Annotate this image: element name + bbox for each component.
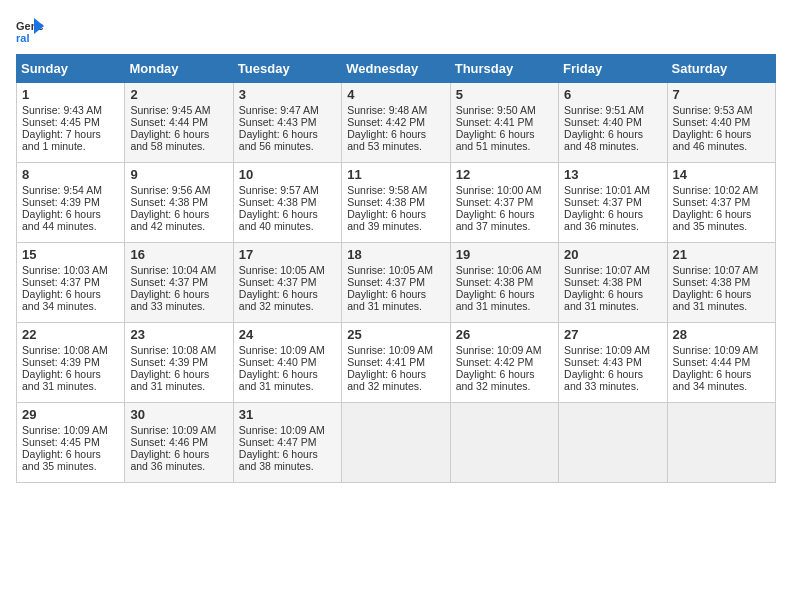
- sunset-text: Sunset: 4:38 PM: [239, 196, 336, 208]
- weekday-header: Wednesday: [342, 55, 450, 83]
- calendar-cell: 9Sunrise: 9:56 AMSunset: 4:38 PMDaylight…: [125, 163, 233, 243]
- calendar-cell: 13Sunrise: 10:01 AMSunset: 4:37 PMDaylig…: [559, 163, 667, 243]
- daylight-text: Daylight: 6 hours and 36 minutes.: [130, 448, 227, 472]
- daylight-text: Daylight: 6 hours and 37 minutes.: [456, 208, 553, 232]
- sunset-text: Sunset: 4:38 PM: [130, 196, 227, 208]
- day-number: 25: [347, 327, 444, 342]
- calendar-cell: 4Sunrise: 9:48 AMSunset: 4:42 PMDaylight…: [342, 83, 450, 163]
- daylight-text: Daylight: 6 hours and 31 minutes.: [347, 288, 444, 312]
- svg-text:ral: ral: [16, 32, 29, 44]
- day-number: 6: [564, 87, 661, 102]
- sunrise-text: Sunrise: 9:51 AM: [564, 104, 661, 116]
- day-number: 9: [130, 167, 227, 182]
- day-number: 15: [22, 247, 119, 262]
- calendar-cell: 30Sunrise: 10:09 AMSunset: 4:46 PMDaylig…: [125, 403, 233, 483]
- sunrise-text: Sunrise: 10:07 AM: [673, 264, 770, 276]
- calendar-cell: 12Sunrise: 10:00 AMSunset: 4:37 PMDaylig…: [450, 163, 558, 243]
- sunrise-text: Sunrise: 9:48 AM: [347, 104, 444, 116]
- daylight-text: Daylight: 6 hours and 34 minutes.: [673, 368, 770, 392]
- daylight-text: Daylight: 6 hours and 31 minutes.: [239, 368, 336, 392]
- day-number: 7: [673, 87, 770, 102]
- day-number: 3: [239, 87, 336, 102]
- daylight-text: Daylight: 6 hours and 44 minutes.: [22, 208, 119, 232]
- calendar-cell: 15Sunrise: 10:03 AMSunset: 4:37 PMDaylig…: [17, 243, 125, 323]
- daylight-text: Daylight: 6 hours and 31 minutes.: [456, 288, 553, 312]
- daylight-text: Daylight: 6 hours and 32 minutes.: [456, 368, 553, 392]
- daylight-text: Daylight: 6 hours and 31 minutes.: [673, 288, 770, 312]
- daylight-text: Daylight: 6 hours and 33 minutes.: [564, 368, 661, 392]
- day-number: 13: [564, 167, 661, 182]
- sunset-text: Sunset: 4:40 PM: [673, 116, 770, 128]
- daylight-text: Daylight: 6 hours and 32 minutes.: [239, 288, 336, 312]
- weekday-header: Monday: [125, 55, 233, 83]
- page-header: Gene ral: [16, 16, 776, 44]
- calendar-body: 1Sunrise: 9:43 AMSunset: 4:45 PMDaylight…: [17, 83, 776, 483]
- calendar-cell: 6Sunrise: 9:51 AMSunset: 4:40 PMDaylight…: [559, 83, 667, 163]
- calendar-week-row: 1Sunrise: 9:43 AMSunset: 4:45 PMDaylight…: [17, 83, 776, 163]
- sunset-text: Sunset: 4:38 PM: [347, 196, 444, 208]
- day-number: 28: [673, 327, 770, 342]
- sunrise-text: Sunrise: 10:01 AM: [564, 184, 661, 196]
- sunrise-text: Sunrise: 9:50 AM: [456, 104, 553, 116]
- calendar-cell: 28Sunrise: 10:09 AMSunset: 4:44 PMDaylig…: [667, 323, 775, 403]
- day-number: 27: [564, 327, 661, 342]
- sunrise-text: Sunrise: 10:02 AM: [673, 184, 770, 196]
- sunrise-text: Sunrise: 10:05 AM: [239, 264, 336, 276]
- calendar-cell: 19Sunrise: 10:06 AMSunset: 4:38 PMDaylig…: [450, 243, 558, 323]
- day-number: 16: [130, 247, 227, 262]
- sunrise-text: Sunrise: 10:09 AM: [130, 424, 227, 436]
- sunset-text: Sunset: 4:45 PM: [22, 116, 119, 128]
- daylight-text: Daylight: 6 hours and 35 minutes.: [673, 208, 770, 232]
- day-number: 31: [239, 407, 336, 422]
- calendar-cell: 22Sunrise: 10:08 AMSunset: 4:39 PMDaylig…: [17, 323, 125, 403]
- sunset-text: Sunset: 4:37 PM: [22, 276, 119, 288]
- sunrise-text: Sunrise: 9:54 AM: [22, 184, 119, 196]
- calendar-cell: 24Sunrise: 10:09 AMSunset: 4:40 PMDaylig…: [233, 323, 341, 403]
- calendar-table: SundayMondayTuesdayWednesdayThursdayFrid…: [16, 54, 776, 483]
- calendar-week-row: 22Sunrise: 10:08 AMSunset: 4:39 PMDaylig…: [17, 323, 776, 403]
- daylight-text: Daylight: 6 hours and 34 minutes.: [22, 288, 119, 312]
- sunrise-text: Sunrise: 10:06 AM: [456, 264, 553, 276]
- daylight-text: Daylight: 6 hours and 56 minutes.: [239, 128, 336, 152]
- sunrise-text: Sunrise: 10:09 AM: [347, 344, 444, 356]
- calendar-week-row: 15Sunrise: 10:03 AMSunset: 4:37 PMDaylig…: [17, 243, 776, 323]
- daylight-text: Daylight: 6 hours and 31 minutes.: [564, 288, 661, 312]
- sunset-text: Sunset: 4:37 PM: [239, 276, 336, 288]
- sunrise-text: Sunrise: 10:09 AM: [22, 424, 119, 436]
- calendar-cell: 25Sunrise: 10:09 AMSunset: 4:41 PMDaylig…: [342, 323, 450, 403]
- weekday-header: Friday: [559, 55, 667, 83]
- calendar-cell: 11Sunrise: 9:58 AMSunset: 4:38 PMDayligh…: [342, 163, 450, 243]
- day-number: 29: [22, 407, 119, 422]
- weekday-header: Thursday: [450, 55, 558, 83]
- sunset-text: Sunset: 4:41 PM: [347, 356, 444, 368]
- daylight-text: Daylight: 6 hours and 38 minutes.: [239, 448, 336, 472]
- day-number: 30: [130, 407, 227, 422]
- sunset-text: Sunset: 4:39 PM: [22, 196, 119, 208]
- header-row: SundayMondayTuesdayWednesdayThursdayFrid…: [17, 55, 776, 83]
- sunrise-text: Sunrise: 10:09 AM: [673, 344, 770, 356]
- sunset-text: Sunset: 4:38 PM: [456, 276, 553, 288]
- logo-icon: Gene ral: [16, 16, 44, 44]
- sunrise-text: Sunrise: 9:43 AM: [22, 104, 119, 116]
- sunrise-text: Sunrise: 10:09 AM: [456, 344, 553, 356]
- sunrise-text: Sunrise: 10:04 AM: [130, 264, 227, 276]
- calendar-cell: 2Sunrise: 9:45 AMSunset: 4:44 PMDaylight…: [125, 83, 233, 163]
- sunset-text: Sunset: 4:38 PM: [564, 276, 661, 288]
- sunset-text: Sunset: 4:43 PM: [239, 116, 336, 128]
- sunrise-text: Sunrise: 10:09 AM: [239, 344, 336, 356]
- day-number: 26: [456, 327, 553, 342]
- day-number: 8: [22, 167, 119, 182]
- sunrise-text: Sunrise: 9:56 AM: [130, 184, 227, 196]
- calendar-cell: 16Sunrise: 10:04 AMSunset: 4:37 PMDaylig…: [125, 243, 233, 323]
- day-number: 5: [456, 87, 553, 102]
- sunset-text: Sunset: 4:47 PM: [239, 436, 336, 448]
- calendar-week-row: 29Sunrise: 10:09 AMSunset: 4:45 PMDaylig…: [17, 403, 776, 483]
- daylight-text: Daylight: 6 hours and 31 minutes.: [130, 368, 227, 392]
- sunset-text: Sunset: 4:42 PM: [347, 116, 444, 128]
- day-number: 20: [564, 247, 661, 262]
- calendar-week-row: 8Sunrise: 9:54 AMSunset: 4:39 PMDaylight…: [17, 163, 776, 243]
- sunset-text: Sunset: 4:38 PM: [673, 276, 770, 288]
- day-number: 4: [347, 87, 444, 102]
- sunset-text: Sunset: 4:41 PM: [456, 116, 553, 128]
- daylight-text: Daylight: 6 hours and 31 minutes.: [22, 368, 119, 392]
